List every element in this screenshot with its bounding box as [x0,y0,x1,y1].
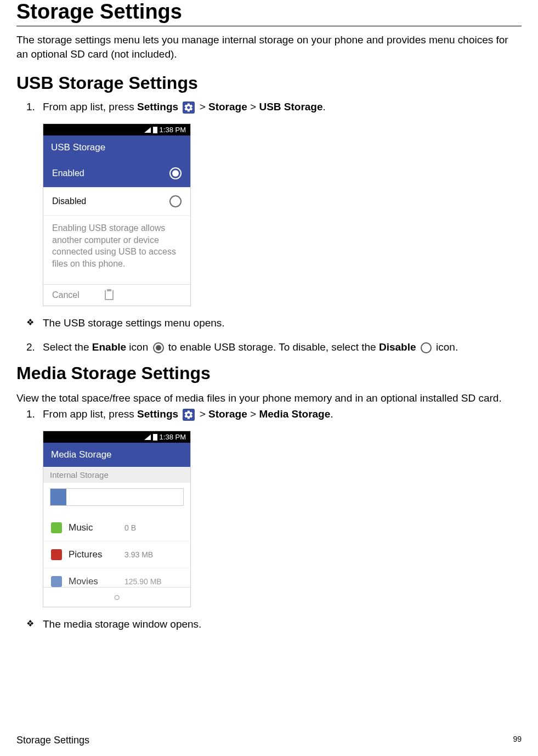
media-step1-prefix: From app list, press [43,408,137,420]
page-footer: Storage Settings 99 [16,735,522,746]
nav-home-button[interactable]: ○ [43,587,190,607]
status-time: 1:38 PM [160,126,186,134]
enable-radio-icon [153,342,164,353]
media-step1-suf: . [330,408,333,420]
usb-step2-mid: icon [126,341,151,353]
usb-step1-suf: . [323,101,326,112]
usb-step-1: 1. From app list, press Settings > Stora… [43,101,522,114]
usb-step1-mid: > [200,101,208,112]
media-storage-phone-screenshot: 1:38 PM Media Storage Internal Storage M… [43,431,191,607]
usb-disabled-label: Disabled [52,196,86,206]
media-step1-storage: Storage [208,408,247,420]
pictures-value: 3.93 MB [124,550,153,559]
movies-label: Movies [69,576,118,587]
pictures-label: Pictures [69,549,118,560]
usb-step2-disable: Disable [379,341,416,353]
phone-statusbar: 1:38 PM [43,124,190,136]
pictures-row[interactable]: Pictures 3.93 MB [43,541,190,568]
usb-result-bullet: The USB storage settings menu opens. [43,317,522,329]
music-value: 0 B [124,523,136,532]
music-label: Music [69,522,118,533]
save-icon[interactable] [105,290,114,300]
media-result-bullet: The media storage window opens. [43,618,522,630]
page-title: Storage Settings [16,0,522,26]
media-step-1: 1. From app list, press Settings > Stora… [43,408,522,421]
page-number: 99 [513,735,522,746]
storage-progress-bar [50,488,184,506]
intro-paragraph: The storage settings menu lets you manag… [16,33,522,61]
media-step1-sep: > [247,408,259,420]
battery-icon [153,127,157,133]
media-phone-header: Media Storage [43,443,190,467]
usb-step2-suf: icon. [433,341,458,353]
disable-radio-icon [421,342,432,353]
usb-step1-prefix: From app list, press [43,101,137,112]
usb-step1-usb: USB Storage [259,101,322,112]
status-time: 1:38 PM [160,433,186,441]
movies-row[interactable]: Movies 125.90 MB [43,568,190,587]
phone-statusbar: 1:38 PM [43,431,190,443]
music-row[interactable]: Music 0 B [43,515,190,541]
settings-icon [183,101,195,114]
radio-off-icon [169,195,182,207]
usb-step2-mid2: to enable USB storage. To disable, selec… [166,341,379,353]
usb-step-2: 2. Select the Enable icon to enable USB … [43,341,522,353]
section-usb-heading: USB Storage Settings [16,73,522,93]
usb-step2-enable: Enable [92,341,126,353]
usb-enabled-label: Enabled [52,168,84,178]
usb-phone-header: USB Storage [43,136,190,160]
storage-progress-wrap [43,483,190,515]
usb-step2-prefix: Select the [43,341,92,353]
radio-on-icon [169,167,182,179]
section-media-heading: Media Storage Settings [16,363,522,383]
internal-storage-subheader: Internal Storage [43,467,190,483]
media-intro-paragraph: View the total space/free space of media… [16,391,522,405]
media-step1-settings: Settings [137,408,178,420]
signal-icon [144,127,151,133]
usb-step1-sep: > [247,101,259,112]
media-step1-ms: Media Storage [259,408,330,420]
music-swatch [51,522,62,533]
usb-disabled-row[interactable]: Disabled [43,188,190,216]
footer-title: Storage Settings [16,735,89,746]
movies-value: 125.90 MB [124,577,162,586]
pictures-swatch [51,549,62,560]
usb-storage-phone-screenshot: 1:38 PM USB Storage Enabled Disabled Ena… [43,123,191,306]
storage-used-segment [50,489,66,505]
usb-explain-text: Enabling USB storage allows another comp… [43,216,190,284]
usb-phone-footer: Cancel [43,284,190,306]
usb-enabled-row[interactable]: Enabled [43,160,190,188]
usb-step1-settings: Settings [137,101,178,112]
battery-icon [153,434,157,441]
usb-step1-storage: Storage [208,101,247,112]
cancel-button[interactable]: Cancel [52,290,80,300]
signal-icon [144,435,151,440]
movies-swatch [51,576,62,587]
settings-icon [183,409,195,421]
media-step1-mid: > [200,408,208,420]
